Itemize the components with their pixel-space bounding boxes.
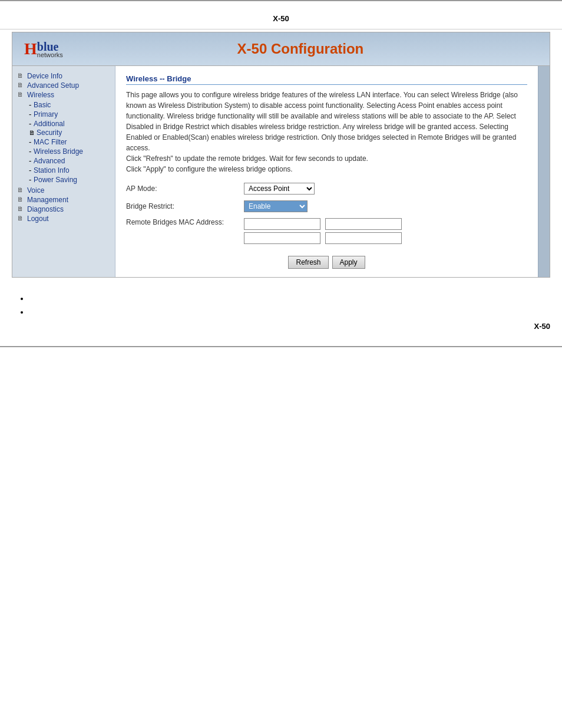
model-ref: X-50 <box>534 319 550 333</box>
power-saving-dash: - <box>29 175 34 184</box>
ap-mode-label: AP Mode: <box>126 185 244 193</box>
bullet-item-3: X-50 <box>29 319 550 333</box>
mac-input-2b[interactable] <box>325 232 402 244</box>
station-info-link[interactable]: Station Info <box>34 166 70 174</box>
primary-link[interactable]: Primary <box>34 110 58 118</box>
sidebar-item-diagnostics[interactable]: 🗎 Diagnostics <box>17 205 110 213</box>
sidebar-sub-station-info[interactable]: - Station Info <box>29 166 110 174</box>
logo-h: H <box>24 39 37 58</box>
additional-dash: - <box>29 119 34 128</box>
mac-filter-link[interactable]: MAC Filter <box>34 138 67 146</box>
wireless-link[interactable]: Wireless <box>27 91 54 99</box>
remote-bridges-mac-label: Remote Bridges MAC Address: <box>126 218 244 226</box>
mac-filter-dash: - <box>29 137 34 146</box>
sidebar-item-logout[interactable]: 🗎 Logout <box>17 215 110 223</box>
bridge-restrict-row: Bridge Restrict: Enable Disable Enabled(… <box>126 200 527 212</box>
sidebar-sub-mac-filter[interactable]: - MAC Filter <box>29 137 110 146</box>
ap-mode-select[interactable]: Access Point Wireless Bridge <box>244 183 315 195</box>
bullet-item-2 <box>29 305 550 319</box>
sidebar-sub-basic[interactable]: - Basic <box>29 100 110 109</box>
management-link[interactable]: Management <box>27 196 68 204</box>
mac-input-2a[interactable] <box>244 232 320 244</box>
device-info-icon: 🗎 <box>17 72 25 79</box>
advanced-setup-icon: 🗎 <box>17 81 25 88</box>
config-title: X-50 Configuration <box>63 41 538 57</box>
section-title: Wireless -- Bridge <box>126 74 527 85</box>
sidebar-item-management[interactable]: 🗎 Management <box>17 196 110 204</box>
wireless-bridge-dash: - <box>29 147 34 156</box>
main-content: Wireless -- Bridge This page allows you … <box>115 66 538 277</box>
mac-row-1 <box>244 218 402 230</box>
station-info-dash: - <box>29 166 34 174</box>
sidebar-item-wireless[interactable]: 🗎 Wireless <box>17 91 110 99</box>
power-saving-link[interactable]: Power Saving <box>34 176 77 184</box>
bridge-restrict-label: Bridge Restrict: <box>126 202 244 210</box>
logo: H blue networks <box>24 39 63 58</box>
bullet-item-1 <box>29 292 550 305</box>
sidebar-item-advanced-setup[interactable]: 🗎 Advanced Setup <box>17 81 110 90</box>
ap-mode-row: AP Mode: Access Point Wireless Bridge <box>126 183 527 195</box>
diagnostics-link[interactable]: Diagnostics <box>27 205 64 213</box>
sidebar-item-voice[interactable]: 🗎 Voice <box>17 186 110 195</box>
advanced-setup-link[interactable]: Advanced Setup <box>27 81 79 90</box>
mac-inputs <box>244 218 402 244</box>
voice-icon: 🗎 <box>17 186 25 193</box>
bridge-restrict-select[interactable]: Enable Disable Enabled(Scan) <box>244 200 308 212</box>
management-icon: 🗎 <box>17 196 25 203</box>
wireless-bridge-link[interactable]: Wireless Bridge <box>34 147 83 156</box>
sidebar-sub-advanced[interactable]: - Advanced <box>29 156 110 165</box>
button-row: Refresh Apply <box>126 256 527 269</box>
bullet-item-3-text <box>29 319 32 333</box>
device-model-title: X-50 <box>12 9 550 25</box>
logo-networks: networks <box>37 51 63 58</box>
remote-bridges-row: Remote Bridges MAC Address: <box>126 218 527 244</box>
sidebar-sub-wireless-bridge[interactable]: - Wireless Bridge <box>29 147 110 156</box>
bullet-list: X-50 <box>12 292 550 333</box>
voice-link[interactable]: Voice <box>27 186 44 195</box>
basic-link[interactable]: Basic <box>34 101 51 109</box>
mac-input-1a[interactable] <box>244 218 320 230</box>
bottom-notes: X-50 <box>0 284 562 341</box>
advanced-dash: - <box>29 156 34 165</box>
refresh-button[interactable]: Refresh <box>288 256 328 269</box>
additional-link[interactable]: Additional <box>34 120 65 128</box>
mac-row-2 <box>244 232 402 244</box>
basic-dash: - <box>29 100 34 109</box>
logout-icon: 🗎 <box>17 215 25 222</box>
mac-input-1b[interactable] <box>325 218 402 230</box>
sidebar-sub-security[interactable]: 🗎 Security <box>29 129 110 137</box>
security-icon: 🗎 <box>29 129 35 136</box>
security-link[interactable]: Security <box>37 129 62 137</box>
content-area: 🗎 Device Info 🗎 Advanced Setup 🗎 Wireles… <box>12 66 550 277</box>
apply-button[interactable]: Apply <box>332 256 365 269</box>
sidebar-item-device-info[interactable]: 🗎 Device Info <box>17 72 110 80</box>
sidebar-sub-primary[interactable]: - Primary <box>29 110 110 118</box>
sidebar: 🗎 Device Info 🗎 Advanced Setup 🗎 Wireles… <box>12 66 115 277</box>
primary-dash: - <box>29 110 34 118</box>
description-text: This page allows you to configure wirele… <box>126 90 527 174</box>
header-bar: H blue networks X-50 Configuration <box>12 32 550 66</box>
diagnostics-icon: 🗎 <box>17 205 25 212</box>
advanced-link[interactable]: Advanced <box>34 157 65 165</box>
logout-link[interactable]: Logout <box>27 215 49 223</box>
sidebar-sub-power-saving[interactable]: - Power Saving <box>29 175 110 184</box>
device-info-link[interactable]: Device Info <box>27 72 62 80</box>
sidebar-sub-additional[interactable]: - Additional <box>29 119 110 128</box>
wireless-icon: 🗎 <box>17 91 25 98</box>
main-container: H blue networks X-50 Configuration 🗎 Dev… <box>12 32 550 278</box>
right-tab <box>538 66 550 277</box>
